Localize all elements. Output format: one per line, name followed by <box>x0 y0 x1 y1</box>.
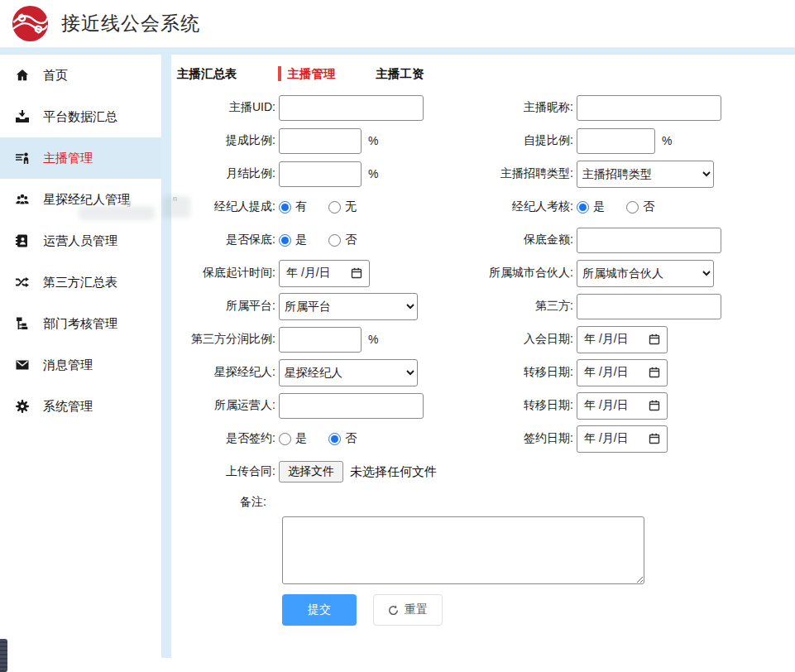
gear-icon <box>14 399 31 414</box>
tab-anchor-salary[interactable]: 主播工资 <box>376 66 424 82</box>
inbox-download-icon <box>14 109 31 124</box>
anchor-form: 主播UID: 提成比例: % 月结比例: % 经纪人提成: <box>175 91 795 626</box>
form-row: 所属运营人: <box>175 389 477 422</box>
agent-commission-radio-yes[interactable]: 有 <box>279 199 307 214</box>
field-label: 自提比例: <box>477 133 577 148</box>
radio-input[interactable] <box>279 433 291 445</box>
remark-label: 备注: <box>175 495 266 510</box>
sidebar-item-platform-data[interactable]: 平台数据汇总 <box>0 96 161 137</box>
agent-assess-radio-yes[interactable]: 是 <box>577 199 605 214</box>
submit-button[interactable]: 提交 <box>282 594 357 626</box>
field-label: 上传合同: <box>175 464 279 479</box>
radio-input[interactable] <box>328 234 341 247</box>
radio-input[interactable] <box>577 201 589 214</box>
commission-ratio-input[interactable] <box>279 128 362 154</box>
main-content: 主播汇总表 主播管理 主播工资 主播UID: 提成比例: % <box>171 55 795 626</box>
calendar-icon[interactable] <box>649 433 660 444</box>
sign-date-input[interactable]: 年 /月/日 <box>577 425 668 453</box>
guarantee-start-date-input[interactable]: 年 /月/日 <box>279 260 370 287</box>
tab-anchor-summary[interactable]: 主播汇总表 <box>177 66 237 82</box>
field-label: 星探经纪人: <box>175 365 279 380</box>
calendar-icon[interactable] <box>351 267 362 279</box>
percent-suffix: % <box>662 134 672 147</box>
users-icon <box>14 192 31 207</box>
watermark-smudge <box>162 196 190 218</box>
guarantee-radio-no[interactable]: 否 <box>328 233 357 247</box>
field-label: 所属城市合伙人: <box>477 266 577 281</box>
self-ratio-input[interactable] <box>577 128 655 154</box>
scout-agent-select[interactable]: 星探经纪人 <box>279 359 418 386</box>
sidebar-item-label: 星探经纪人管理 <box>43 192 130 208</box>
sidebar-item-system-mgmt[interactable]: 系统管理 <box>0 386 161 427</box>
remark-textarea[interactable] <box>282 516 644 584</box>
field-label: 所属运营人: <box>175 398 279 413</box>
top-band <box>0 48 795 55</box>
form-row: 保底起计时间: 年 /月/日 <box>175 257 477 290</box>
choose-file-button[interactable]: 选择文件 <box>279 461 343 482</box>
radio-input[interactable] <box>279 201 291 214</box>
sidebar-item-third-party-summary[interactable]: 第三方汇总表 <box>0 262 161 303</box>
field-label: 是否保底: <box>175 233 279 247</box>
sidebar-item-message-mgmt[interactable]: 消息管理 <box>0 344 161 386</box>
sidebar-item-home[interactable]: 首页 <box>0 55 161 96</box>
agent-commission-radio-no[interactable]: 无 <box>328 199 357 214</box>
brand-logo-icon <box>11 4 50 43</box>
city-partner-select[interactable]: 所属城市合伙人 <box>577 260 714 287</box>
watermark-smudge <box>79 206 155 220</box>
field-label: 保底起计时间: <box>175 266 279 281</box>
sidebar-item-dept-assessment[interactable]: 部门考核管理 <box>0 303 161 344</box>
reset-button[interactable]: 重置 <box>373 594 443 626</box>
sidebar-item-anchor-mgmt[interactable]: 主播管理 <box>0 137 161 179</box>
sidebar: 首页 平台数据汇总 主播管理 星探经纪人管理 运营人员管理 <box>0 55 161 427</box>
sign-contract-radio-no[interactable]: 否 <box>328 431 357 446</box>
third-party-share-ratio-input[interactable] <box>279 327 362 353</box>
edge-widget-handle[interactable] <box>0 639 7 672</box>
platform-select[interactable]: 所属平台 <box>279 293 418 320</box>
anchor-nickname-input[interactable] <box>577 95 721 121</box>
radio-input[interactable] <box>279 234 291 247</box>
sidebar-item-label: 消息管理 <box>43 358 93 373</box>
form-row: 转移日期: 年 /月/日 <box>477 389 795 422</box>
radio-input[interactable] <box>328 433 341 445</box>
third-party-input[interactable] <box>577 294 721 319</box>
percent-suffix: % <box>368 333 378 346</box>
guarantee-radio-yes[interactable]: 是 <box>279 233 307 247</box>
guarantee-amount-input[interactable] <box>577 228 721 253</box>
sidebar-item-operator-mgmt[interactable]: 运营人员管理 <box>0 220 161 262</box>
calendar-icon[interactable] <box>649 400 660 411</box>
form-row: 月结比例: % <box>175 157 477 190</box>
transfer-date-input[interactable]: 年 /月/日 <box>577 359 668 386</box>
transfer-date-input-2[interactable]: 年 /月/日 <box>577 392 668 420</box>
calendar-icon[interactable] <box>649 367 660 378</box>
field-label: 月结比例: <box>175 166 279 181</box>
field-label: 第三方分润比例: <box>175 332 279 347</box>
field-label: 经纪人考核: <box>477 199 577 214</box>
sidebar-item-label: 主播管理 <box>43 151 93 166</box>
anchor-uid-input[interactable] <box>279 95 424 121</box>
monthly-settle-ratio-input[interactable] <box>279 161 362 187</box>
form-row: 自提比例: % <box>477 124 795 157</box>
recruit-type-select[interactable]: 主播招聘类型 <box>577 161 714 188</box>
tab-bar: 主播汇总表 主播管理 主播工资 <box>175 63 795 84</box>
operator-input[interactable] <box>279 393 424 419</box>
form-row: 提成比例: % <box>175 124 477 157</box>
form-row: 上传合同: 选择文件 未选择任何文件 <box>175 455 477 488</box>
sign-contract-radio-yes[interactable]: 是 <box>279 431 307 446</box>
field-label: 第三方: <box>477 299 577 314</box>
form-actions: 提交 重置 <box>282 594 795 626</box>
field-label: 主播UID: <box>175 100 279 115</box>
address-book-icon <box>14 233 31 248</box>
shuffle-icon <box>14 275 31 290</box>
form-row: 第三方: <box>477 290 795 323</box>
tab-anchor-mgmt[interactable]: 主播管理 <box>278 66 336 82</box>
calendar-icon[interactable] <box>649 334 660 345</box>
field-label: 签约日期: <box>477 431 577 446</box>
envelope-icon <box>14 358 31 372</box>
radio-input[interactable] <box>328 201 341 214</box>
join-date-input[interactable]: 年 /月/日 <box>577 326 668 353</box>
radio-input[interactable] <box>626 201 639 214</box>
agent-assess-radio-no[interactable]: 否 <box>626 199 654 214</box>
active-tab-marker <box>278 66 281 81</box>
form-row: 所属城市合伙人: 所属城市合伙人 <box>477 257 795 290</box>
chalkboard-teacher-icon <box>14 151 31 166</box>
